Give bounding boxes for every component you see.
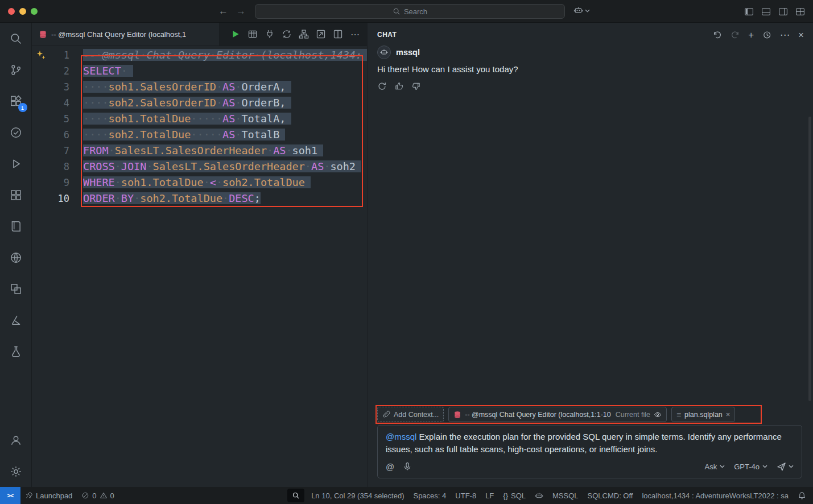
close-window-button[interactable] [8, 8, 15, 15]
mode-dropdown[interactable]: Ask [705, 462, 725, 471]
thumbs-down-icon[interactable] [411, 81, 421, 91]
cursor-position[interactable]: Ln 10, Col 29 (354 selected) [307, 487, 408, 504]
sidebar-item-extensions[interactable]: 1 [2, 85, 30, 117]
eol-setting[interactable]: LF [481, 487, 498, 504]
notifications-bell[interactable] [793, 487, 813, 504]
sqlcmd-status[interactable]: SQLCMD: Off [583, 487, 638, 504]
code-line[interactable]: ····soh1.TotalDue·····AS·TotalA, [83, 111, 367, 127]
chat-input-body: Explain the execution plan for the provi… [386, 432, 784, 454]
code-content[interactable]: --·@mssql·Chat·Query·Editor·(localhost,1… [83, 47, 367, 487]
code-line[interactable]: ····soh2.TotalDue·····AS·TotalB [83, 127, 367, 143]
maximize-window-button[interactable] [31, 8, 38, 15]
sidebar-item-github[interactable] [2, 242, 30, 273]
problems-button[interactable]: 0 0 [77, 487, 118, 504]
sidebar-item-components[interactable] [2, 273, 30, 304]
run-query-button[interactable] [229, 28, 242, 40]
new-chat-icon[interactable]: + [748, 30, 754, 40]
context-chip-current-file[interactable]: -- @mssql Chat Query Editor (localhost,1… [448, 407, 667, 422]
context-chip-plan-file[interactable]: ≡ plan.sqlplan × [671, 407, 735, 422]
model-dropdown[interactable]: GPT-4o [734, 462, 767, 471]
remote-indicator[interactable]: >< [0, 487, 20, 504]
query-plan-icon[interactable] [315, 28, 327, 40]
code-line[interactable]: ORDER·BY·soh2.TotalDue·DESC; [83, 191, 367, 206]
chat-more-actions-icon[interactable]: ⋯ [780, 30, 790, 40]
more-actions-icon[interactable]: ⋯ [349, 28, 361, 40]
code-line[interactable]: --·@mssql·Chat·Query·Editor·(localhost,1… [83, 47, 367, 63]
send-button[interactable] [777, 462, 794, 472]
chat-history-icon[interactable] [762, 30, 771, 39]
split-editor-icon[interactable] [332, 28, 344, 40]
minimize-window-button[interactable] [19, 8, 26, 15]
mic-icon[interactable] [403, 462, 412, 471]
settings-button[interactable] [2, 456, 30, 487]
remove-chip-icon[interactable]: × [726, 410, 731, 419]
sidebar-item-source-control[interactable] [2, 54, 30, 85]
code-line[interactable]: CROSS·JOIN·SalesLT.SalesOrderHeader·AS·s… [83, 159, 367, 175]
chat-input-area: Add Context... -- @mssql Chat Query Edit… [377, 407, 802, 478]
encoding-setting[interactable]: UTF-8 [451, 487, 481, 504]
copilot-sparkle-icon[interactable] [36, 50, 46, 60]
chat-input-box[interactable]: @mssql Explain the execution plan for th… [377, 425, 802, 478]
sidebar-item-azure[interactable] [2, 304, 30, 336]
mention-mssql[interactable]: @mssql [386, 432, 416, 441]
workbench: 1 [0, 23, 813, 487]
back-button[interactable]: ← [218, 6, 228, 17]
eye-icon[interactable] [654, 411, 662, 419]
code-editor[interactable]: 12345678910 --·@mssql·Chat·Query·Editor·… [32, 46, 367, 487]
warning-count: 0 [110, 491, 114, 500]
sidebar-item-run[interactable] [2, 148, 30, 179]
close-chat-icon[interactable]: × [798, 30, 804, 40]
add-context-button[interactable]: Add Context... [377, 407, 444, 422]
customize-layout-icon[interactable] [795, 7, 805, 16]
redo-edits-icon[interactable] [731, 30, 740, 39]
regenerate-icon[interactable] [377, 81, 387, 91]
chat-message-text: Hi there! How can I assist you today? [377, 64, 804, 74]
tab-query-editor[interactable]: -- @mssql Chat Query Editor (localhost,1 [32, 23, 220, 46]
launchpad-button[interactable]: Launchpad [20, 487, 77, 504]
toggle-secondary-sidebar-icon[interactable] [778, 7, 788, 16]
schema-designer-icon[interactable] [298, 28, 310, 40]
code-line[interactable]: ····soh2.SalesOrderID·AS·OrderB, [83, 95, 367, 111]
sidebar-item-flask[interactable] [2, 336, 30, 367]
copilot-icon [573, 6, 583, 15]
code-line[interactable]: SELECT· [83, 63, 367, 79]
launchpad-label: Launchpad [36, 491, 72, 500]
add-context-label: Add Context... [394, 411, 439, 419]
paperclip-icon [382, 411, 390, 419]
line-number: 7 [32, 143, 69, 159]
run-icon [10, 158, 22, 170]
thumbs-up-icon[interactable] [394, 81, 404, 91]
command-center-search[interactable]: Search [255, 4, 565, 19]
chat-panel-title: CHAT [377, 31, 397, 39]
search-icon [10, 32, 22, 45]
change-connection-icon[interactable] [280, 28, 293, 40]
connection-status[interactable]: localhost,1434 : AdventureWorksLT2022 : … [637, 487, 793, 504]
code-line[interactable]: ····soh1.SalesOrderID·AS·OrderA, [83, 79, 367, 95]
code-line[interactable]: FROM·SalesLT.SalesOrderHeader·AS·soh1 [83, 143, 367, 159]
disconnect-plug-icon[interactable] [263, 28, 276, 40]
sidebar-item-search[interactable] [2, 23, 30, 54]
toggle-primary-sidebar-icon[interactable] [744, 7, 754, 16]
language-mode[interactable]: {} SQL [498, 487, 530, 504]
mention-icon[interactable]: @ [386, 462, 394, 472]
code-line[interactable]: WHERE·soh1.TotalDue·<·soh2.TotalDue [83, 175, 367, 191]
account-icon [10, 434, 22, 447]
forward-button[interactable]: → [236, 6, 246, 17]
mssql-status[interactable]: MSSQL [548, 487, 583, 504]
sidebar-item-grid-blocks[interactable] [2, 179, 30, 210]
line-number: 8 [32, 159, 69, 175]
copilot-status[interactable] [530, 487, 548, 504]
sidebar-item-docs[interactable] [2, 210, 30, 242]
copilot-menu-button[interactable] [573, 6, 590, 15]
indentation-setting[interactable]: Spaces: 4 [408, 487, 451, 504]
sidebar-item-checklist[interactable] [2, 117, 30, 148]
chat-input-text[interactable]: @mssql Explain the execution plan for th… [386, 431, 794, 456]
chat-scrollbar[interactable] [808, 117, 811, 401]
launchpad-icon [25, 491, 33, 499]
toggle-panel-icon[interactable] [761, 7, 771, 16]
components-icon [10, 283, 22, 295]
results-grid-icon[interactable] [246, 28, 259, 40]
account-button[interactable] [2, 424, 30, 456]
undo-edits-icon[interactable] [713, 30, 722, 39]
file-list-icon: ≡ [676, 410, 681, 419]
